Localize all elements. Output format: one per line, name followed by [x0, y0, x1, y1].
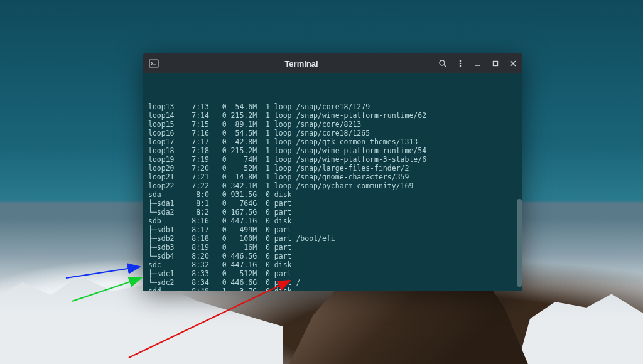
scrollbar[interactable]: [517, 199, 522, 287]
lsblk-row: loop21 7:21 0 14.8M 1 loop /snap/gnome-c…: [148, 173, 517, 181]
lsblk-row: sdb 8:16 0 447.1G 0 disk: [148, 217, 517, 225]
lsblk-row: loop15 7:15 0 89.1M 1 loop /snap/core/82…: [148, 120, 517, 129]
maximize-button[interactable]: [491, 59, 500, 68]
terminal-app-icon: [148, 58, 159, 69]
lsblk-row: loop14 7:14 0 215.2M 1 loop /snap/wine-p…: [148, 111, 517, 120]
titlebar[interactable]: Terminal: [143, 53, 522, 73]
lsblk-row: loop16 7:16 0 54.5M 1 loop /snap/core18/…: [148, 129, 517, 137]
svg-point-4: [460, 60, 462, 62]
lsblk-row: ├─sdc1 8:33 0 512M 0 part: [148, 269, 517, 278]
svg-point-6: [460, 65, 462, 67]
lsblk-row: sdc 8:32 0 447.1G 0 disk: [148, 260, 517, 269]
lsblk-row: ├─sdb1 8:17 0 499M 0 part: [148, 225, 517, 234]
svg-point-5: [460, 63, 462, 65]
menu-icon[interactable]: [456, 59, 465, 68]
lsblk-row: loop20 7:20 0 52M 1 loop /snap/large-fil…: [148, 164, 517, 173]
lsblk-row: loop22 7:22 0 342.1M 1 loop /snap/pychar…: [148, 181, 517, 190]
lsblk-row: ├─sdb3 8:19 0 16M 0 part: [148, 243, 517, 252]
svg-point-2: [440, 60, 445, 65]
lsblk-row: loop19 7:19 0 74M 1 loop /snap/wine-plat…: [148, 155, 517, 164]
lsblk-row: loop17 7:17 0 42.8M 1 loop /snap/gtk-com…: [148, 137, 517, 146]
titlebar-controls: [438, 59, 517, 68]
close-button[interactable]: [509, 59, 517, 68]
svg-line-3: [444, 65, 446, 67]
terminal-window: Terminal loop13 7:13 0 54.6M 1 loop /sna…: [143, 53, 522, 291]
lsblk-row: ├─sda1 8:1 0 764G 0 part: [148, 199, 517, 208]
terminal-body[interactable]: loop13 7:13 0 54.6M 1 loop /snap/core18/…: [143, 73, 522, 291]
lsblk-row: loop18 7:18 0 215.2M 1 loop /snap/wine-p…: [148, 146, 517, 155]
lsblk-row: └─sda2 8:2 0 167.5G 0 part: [148, 208, 517, 217]
window-title: Terminal: [165, 59, 438, 68]
minimize-button[interactable]: [473, 59, 482, 68]
lsblk-row: sda 8:0 0 931.5G 0 disk: [148, 190, 517, 199]
lsblk-row: ├─sdb2 8:18 0 100M 0 part /boot/efi: [148, 234, 517, 243]
lsblk-row: sdd 8:48 1 3.7G 0 disk: [148, 287, 517, 291]
lsblk-row: └─sdb4 8:20 0 446.5G 0 part: [148, 252, 517, 260]
search-icon[interactable]: [438, 59, 447, 68]
lsblk-row: loop13 7:13 0 54.6M 1 loop /snap/core18/…: [148, 102, 517, 111]
lsblk-row: └─sdc2 8:34 0 446.6G 0 part /: [148, 278, 517, 287]
svg-rect-0: [149, 60, 158, 67]
svg-rect-8: [494, 62, 498, 66]
